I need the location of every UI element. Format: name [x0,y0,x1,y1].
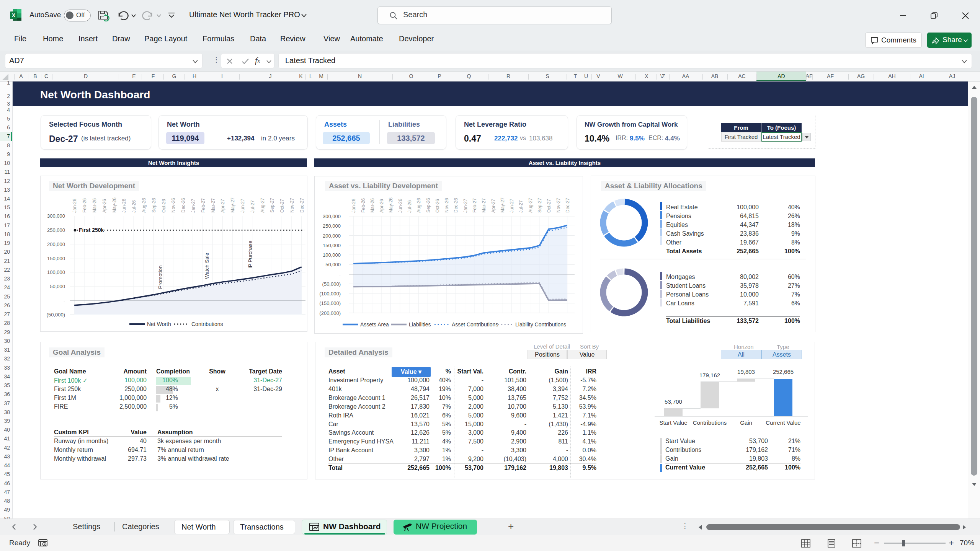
svg-text:X: X [12,12,16,18]
